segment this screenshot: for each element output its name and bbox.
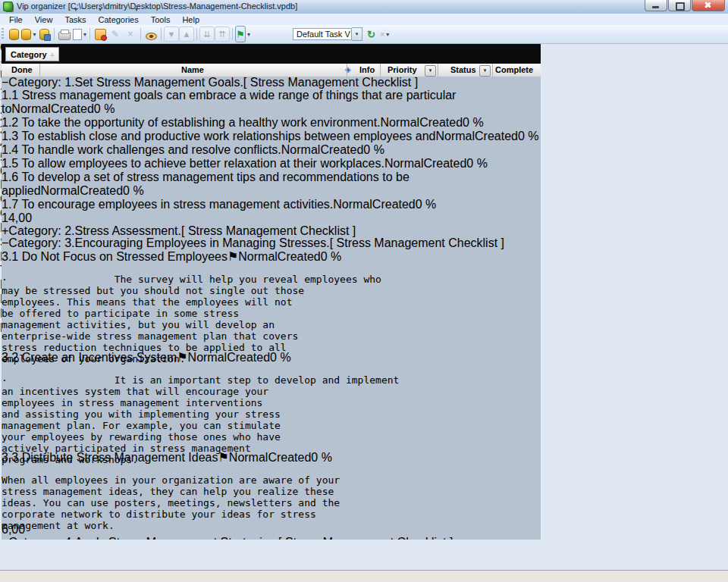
complete-value: 0 % (466, 157, 488, 170)
open-database-button[interactable] (6, 27, 21, 42)
table-header: Done Name ◈ Info Priority ▾ Status ▾ Com… (2, 64, 541, 77)
priority-value: Normal (381, 116, 420, 129)
category-suffix: [ Stress Management Checklist ] (243, 77, 418, 89)
collapse-icon[interactable]: − (2, 236, 8, 249)
menu-tools[interactable]: Tools (145, 15, 177, 24)
task-view-combo[interactable]: Default Task V (293, 28, 352, 40)
print-preview-button[interactable]: ▾ (72, 27, 87, 42)
complete-value: 0 % (123, 184, 144, 197)
move-down-button[interactable]: ▼ (164, 27, 179, 42)
window-title: Vip organizer [C:\Users\dmitry\Desktop\S… (17, 2, 297, 11)
apply-filter-dropdown-icon[interactable]: ▾ (99, 6, 102, 13)
move-top-button[interactable]: ⇈ (215, 27, 230, 42)
toolbar-grip (2, 28, 4, 40)
header-info[interactable]: Info (359, 65, 375, 74)
complete-value: 0 % (363, 143, 384, 156)
save-database-button[interactable] (36, 27, 52, 42)
header-done[interactable]: Done (11, 65, 33, 74)
category-suffix: [ Stress Management Checklist ] (181, 224, 356, 237)
complete-value: 0 % (94, 102, 115, 115)
menu-tasks[interactable]: Tasks (58, 15, 92, 24)
task-note-row: When all employees in your organization … (2, 474, 541, 523)
category-row[interactable]: −Category: 4.Apply Stress Management Str… (2, 537, 541, 540)
status-filter-dropdown[interactable]: ▾ (479, 65, 491, 77)
priority-value: Normal (384, 157, 424, 170)
category-row[interactable]: +Category: 2.Stress Assessment.[ Stress … (2, 225, 541, 237)
priority-value: Normal (238, 250, 278, 263)
edit-task-button[interactable]: ✎ (108, 27, 123, 42)
complete-value: 0 % (463, 116, 484, 129)
priority-value: Normal (41, 184, 80, 197)
task-row[interactable]: 1.1 Stress management goals can embrace … (2, 89, 541, 116)
priority-value: Normal (436, 130, 475, 142)
category-row[interactable]: −Category: 3.Encouraging Employees in Ma… (2, 237, 541, 249)
header-priority[interactable]: Priority (388, 65, 417, 74)
task-name: 3.2 Create an Incentives System (2, 351, 177, 364)
status-value: Created (227, 351, 270, 364)
app-window: Vip organizer [C:\Users\dmitry\Desktop\S… (0, 0, 728, 571)
header-complete[interactable]: Complete (495, 65, 533, 74)
task-row[interactable]: 1.4 To handle work challenges and resolv… (2, 143, 541, 157)
clear-view-icon[interactable]: × (380, 30, 384, 39)
view-task-button[interactable] (143, 27, 158, 42)
collapse-icon[interactable]: − (2, 77, 8, 89)
expand-icon[interactable]: + (2, 224, 8, 237)
task-row[interactable]: 3.3 Distribute Stress Management Ideas⚑N… (2, 450, 541, 465)
menu-help[interactable]: Help (176, 15, 206, 24)
task-row[interactable]: 1.5 To allow employees to achieve better… (2, 157, 541, 171)
task-row[interactable]: 1.7 To encourage employees in stress man… (2, 198, 541, 211)
task-row[interactable]: 1.2 To take the opportunity of establish… (2, 116, 541, 130)
category-suffix: [ Stress Management Checklist ] (330, 236, 504, 249)
toolbar-overflow-icon[interactable]: ▾ (386, 31, 389, 38)
category-label: Category: 4.Apply Stress Management Stra… (8, 536, 278, 540)
move-up-button[interactable]: ▲ (179, 27, 194, 42)
header-name[interactable]: Name (181, 65, 204, 74)
menu-bar: FileViewTasksCategoriesToolsHelp (0, 14, 728, 25)
status-value: Created (51, 102, 94, 115)
group-by-category-button[interactable]: Category ▵ (5, 47, 59, 61)
priority-value: Normal (281, 143, 321, 156)
priority-filter-dropdown[interactable]: ▾ (425, 65, 436, 77)
category-label: Category: 2.Stress Assessment. (8, 224, 181, 237)
print-button[interactable] (57, 27, 72, 42)
task-row[interactable]: 1.3 To establish close and productive wo… (2, 130, 541, 143)
task-grid: −Category: 1.Set Stress Management Goals… (2, 77, 541, 540)
group-by-bar: Category ▵ (2, 44, 541, 64)
status-value: Created (268, 451, 311, 464)
apply-view-icon[interactable]: ↻ (367, 29, 375, 40)
sort-ascending-icon: ▵ (51, 51, 54, 58)
recent-database-button[interactable]: ▾ (21, 27, 36, 42)
new-task-button[interactable] (93, 27, 108, 42)
categories-toolbar-overflow-icon[interactable]: ▾ (74, 6, 77, 13)
complete-value: 0 % (416, 198, 437, 211)
priority-value: Normal (229, 451, 268, 464)
minimize-button[interactable] (645, 0, 667, 11)
filters-toolbar-overflow-icon[interactable]: ▾ (135, 6, 138, 13)
app-logo-icon (3, 2, 13, 11)
menu-file[interactable]: File (3, 15, 29, 24)
category-row[interactable]: −Category: 1.Set Stress Management Goals… (2, 77, 541, 89)
screen: Vip organizer [C:\Users\dmitry\Desktop\S… (0, 0, 728, 582)
task-row[interactable]: 3.2 Create an Incentives System⚑NormalCr… (2, 350, 541, 365)
task-row[interactable]: 1.6 To develop a set of stress managemen… (2, 171, 541, 198)
maximize-button[interactable] (668, 0, 691, 11)
menu-categories[interactable]: Categories (93, 15, 145, 24)
task-view-combo-arrow[interactable]: ▾ (352, 27, 362, 41)
move-bottom-button[interactable]: ⇊ (199, 27, 215, 42)
titlebar: Vip organizer [C:\Users\dmitry\Desktop\S… (0, 0, 728, 14)
status-value: Created (423, 157, 466, 170)
task-row[interactable]: 3.1 Do Not Focus on Stressed Employees⚑N… (2, 249, 541, 264)
complete-value: 0 % (311, 451, 332, 464)
task-name: 1.4 To handle work challenges and resolv… (2, 143, 281, 156)
task-name: 1.2 To take the opportunity of establish… (2, 116, 381, 129)
menu-view[interactable]: View (29, 15, 59, 24)
close-button[interactable] (692, 0, 725, 11)
category-label: Category: 1.Set Stress Management Goals. (8, 77, 243, 89)
collapse-icon[interactable]: − (2, 536, 8, 540)
header-status[interactable]: Status (450, 65, 476, 74)
delete-task-button[interactable]: × (123, 27, 138, 42)
flag-icon: ⚑ (228, 250, 238, 263)
priority-sum-value: 6,00 (2, 523, 25, 536)
status-value: Created (278, 250, 321, 263)
flag-task-button[interactable]: ⚑▾ (235, 27, 250, 42)
